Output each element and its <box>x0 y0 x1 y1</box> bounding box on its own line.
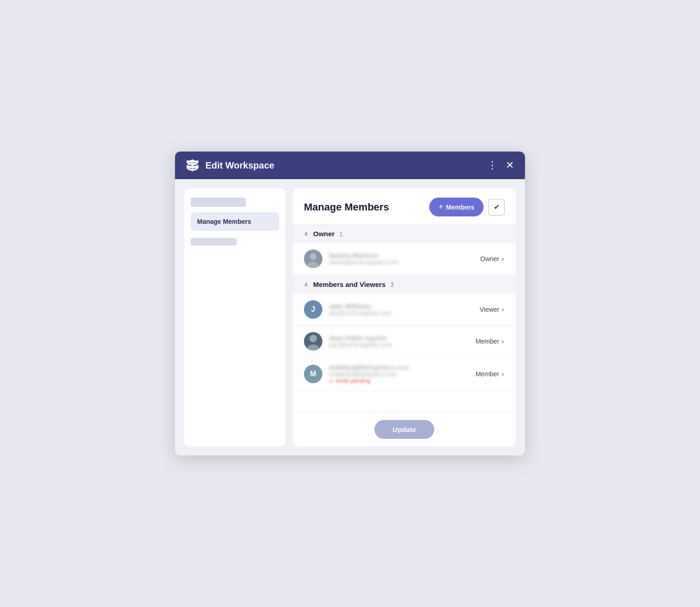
member-name: Juan Pablo Aguilar <box>329 334 469 342</box>
avatar: J <box>304 300 322 319</box>
sidebar-placeholder-bottom <box>191 238 237 245</box>
table-row: M mobileagilitylogistics.com mobile@agil… <box>293 357 516 391</box>
close-button[interactable]: ✕ <box>506 159 514 171</box>
check-icon: ✔ <box>494 203 500 211</box>
update-button[interactable]: Update <box>374 420 435 439</box>
add-members-label: Members <box>446 204 474 211</box>
chevron-down-icon: ∨ <box>501 256 505 262</box>
members-viewers-section-header: ∧ Members and Viewers 3 <box>293 275 516 294</box>
owner-chevron-icon[interactable]: ∧ <box>304 230 309 237</box>
modal-footer: Update <box>293 412 516 446</box>
svg-point-4 <box>309 335 317 342</box>
role-label: Member <box>476 338 499 345</box>
modal-body: Manage Members Manage Members + Members … <box>175 179 525 455</box>
table-row: J Jake Williams jake@acme-logistics.com … <box>293 294 516 326</box>
edit-workspace-modal: Edit Workspace ⋮ ✕ Manage Members Manage… <box>175 152 525 455</box>
avatar <box>304 250 322 268</box>
members-viewers-chevron-icon[interactable]: ∧ <box>304 281 309 288</box>
members-viewers-count: 3 <box>390 281 394 288</box>
warning-icon: ⚠ <box>329 378 334 384</box>
manage-members-title: Manage Members <box>304 201 389 213</box>
svg-point-1 <box>310 253 316 260</box>
main-content: Manage Members + Members ✔ ∧ Owner <box>293 188 516 446</box>
role-label: Owner <box>480 255 499 263</box>
modal-header: Edit Workspace ⋮ ✕ <box>175 152 525 179</box>
more-options-icon[interactable]: ⋮ <box>487 160 498 170</box>
owner-section-title: Owner <box>313 230 335 238</box>
member-role-dropdown[interactable]: Member ∨ <box>476 338 505 345</box>
modal-title: Edit Workspace <box>205 160 487 171</box>
role-label: Member <box>476 370 499 378</box>
member-email: mobile@agilitylogistics.com <box>329 371 469 378</box>
table-row: Sandra Martinez sandra@acme-logistics.co… <box>293 243 516 275</box>
header-actions: ⋮ ✕ <box>487 159 514 171</box>
pending-label: Invite pending <box>336 378 370 384</box>
chevron-down-icon: ∨ <box>501 339 505 344</box>
member-info: Sandra Martinez sandra@acme-logistics.co… <box>329 252 474 266</box>
invite-pending-badge: ⚠ Invite pending <box>329 378 469 384</box>
member-name: Jake Williams <box>329 303 473 310</box>
check-button[interactable]: ✔ <box>488 199 505 216</box>
role-label: Viewer <box>479 306 499 313</box>
sidebar-placeholder-top <box>191 198 246 207</box>
member-name: Sandra Martinez <box>329 252 474 259</box>
member-email: jake@acme-logistics.com <box>329 310 473 316</box>
add-members-button[interactable]: + Members <box>429 198 484 216</box>
sidebar-item-manage-members[interactable]: Manage Members <box>191 212 279 231</box>
member-role-dropdown[interactable]: Member ∨ <box>476 370 505 378</box>
owner-count: 1 <box>339 230 343 238</box>
chevron-down-icon: ∨ <box>501 307 505 313</box>
sidebar: Manage Members <box>184 188 286 446</box>
member-name: mobileagilitylogistics.com <box>329 364 469 371</box>
member-email: juan@acme-logistics.com <box>329 342 469 348</box>
member-email: sandra@acme-logistics.com <box>329 259 474 266</box>
manage-members-header: Manage Members + Members ✔ <box>293 188 516 224</box>
member-info: mobileagilitylogistics.com mobile@agilit… <box>329 364 469 384</box>
owner-section-header: ∧ Owner 1 <box>293 224 516 243</box>
member-role-dropdown[interactable]: Owner ∨ <box>480 255 505 263</box>
members-list: ∧ Owner 1 Sandra Martinez <box>293 224 516 412</box>
avatar: M <box>304 365 322 383</box>
workspace-icon <box>186 159 199 172</box>
member-role-dropdown[interactable]: Viewer ∨ <box>479 306 505 313</box>
avatar <box>304 332 322 350</box>
table-row: Juan Pablo Aguilar juan@acme-logistics.c… <box>293 326 516 357</box>
member-info: Juan Pablo Aguilar juan@acme-logistics.c… <box>329 334 469 348</box>
member-info: Jake Williams jake@acme-logistics.com <box>329 303 473 316</box>
members-viewers-section-title: Members and Viewers <box>313 280 385 288</box>
manage-header-actions: + Members ✔ <box>429 198 505 216</box>
chevron-down-icon: ∨ <box>501 371 505 377</box>
plus-icon: + <box>438 202 443 212</box>
